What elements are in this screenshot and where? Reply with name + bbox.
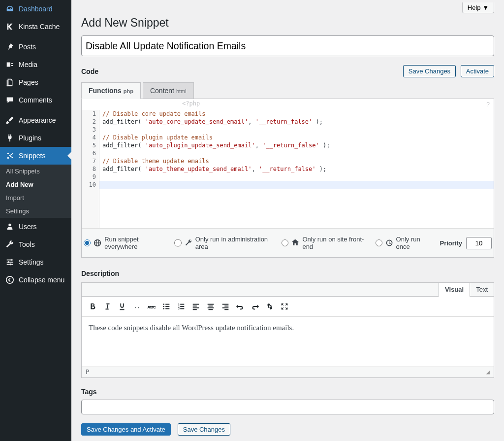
svg-rect-2 bbox=[7, 260, 13, 261]
page-title: Add New Snippet bbox=[81, 16, 494, 30]
svg-rect-33 bbox=[222, 307, 229, 308]
help-toggle-button[interactable]: Help ▼ bbox=[462, 2, 494, 13]
media-icon bbox=[5, 60, 15, 69]
align-center-icon[interactable] bbox=[204, 300, 218, 313]
tags-input[interactable] bbox=[81, 400, 494, 414]
sidebar-item-label: Posts bbox=[19, 43, 36, 51]
tab-functions-php[interactable]: Functions php bbox=[81, 82, 141, 99]
sidebar-item-label: Dashboard bbox=[19, 5, 53, 13]
italic-icon[interactable] bbox=[100, 300, 114, 313]
sidebar-item-comments[interactable]: Comments bbox=[0, 91, 71, 109]
pin-icon bbox=[5, 42, 15, 52]
svg-rect-25 bbox=[193, 307, 199, 308]
sidebar-item-label: Collapse menu bbox=[19, 276, 64, 284]
sidebar-item-label: Users bbox=[19, 223, 37, 231]
description-content[interactable]: These code snippets disable all WordPres… bbox=[82, 317, 494, 366]
sidebar-item-posts[interactable]: Posts bbox=[0, 38, 71, 56]
editor-help-icon[interactable]: ? bbox=[486, 101, 490, 108]
sidebar-item-users[interactable]: Users bbox=[0, 218, 71, 236]
sidebar-item-plugins[interactable]: Plugins bbox=[0, 129, 71, 147]
main-content: Help ▼ Add New Snippet Code Save Changes… bbox=[71, 0, 504, 441]
run-once-radio[interactable]: Only run once bbox=[376, 236, 431, 250]
visual-tab[interactable]: Visual bbox=[439, 283, 470, 297]
snippet-title-input[interactable] bbox=[81, 35, 494, 56]
globe-icon bbox=[94, 239, 101, 247]
sidebar-item-settings[interactable]: Settings bbox=[0, 253, 71, 271]
sidebar-item-label: Pages bbox=[19, 78, 38, 86]
sidebar-item-tools[interactable]: Tools bbox=[0, 236, 71, 253]
run-scope-row: Run snippet everywhere Only run in admin… bbox=[82, 228, 494, 257]
link-icon[interactable] bbox=[263, 300, 277, 313]
submenu-item[interactable]: Settings bbox=[0, 204, 71, 218]
bullet-list-icon[interactable] bbox=[159, 300, 173, 313]
numbered-list-icon[interactable]: 123 bbox=[174, 300, 188, 313]
tags-section-title: Tags bbox=[81, 388, 494, 396]
svg-rect-22 bbox=[180, 308, 184, 309]
submenu-item[interactable]: All Snippets bbox=[0, 165, 71, 178]
svg-rect-20 bbox=[180, 304, 184, 305]
svg-rect-31 bbox=[222, 304, 229, 305]
save-and-activate-button[interactable]: Save Changes and Activate bbox=[81, 423, 171, 436]
svg-rect-32 bbox=[224, 305, 228, 306]
sidebar-item-kinsta[interactable]: Kinsta Cache bbox=[0, 18, 71, 35]
run-frontend-radio[interactable]: Only run on site front-end bbox=[282, 236, 366, 250]
code-section-title: Code bbox=[81, 68, 98, 75]
svg-point-11 bbox=[163, 304, 164, 305]
save-changes-button-footer[interactable]: Save Changes bbox=[178, 423, 230, 436]
svg-rect-1 bbox=[7, 85, 12, 86]
svg-rect-5 bbox=[11, 259, 12, 261]
svg-rect-27 bbox=[208, 304, 214, 305]
undo-icon[interactable] bbox=[233, 300, 247, 313]
sidebar-item-pages[interactable]: Pages bbox=[0, 73, 71, 91]
house-icon bbox=[291, 239, 299, 247]
activate-button[interactable]: Activate bbox=[461, 65, 494, 77]
clock-icon bbox=[385, 239, 393, 247]
run-admin-radio[interactable]: Only run in administration area bbox=[174, 236, 273, 250]
svg-text:ABC: ABC bbox=[147, 305, 156, 309]
svg-point-13 bbox=[163, 308, 164, 309]
svg-rect-24 bbox=[193, 305, 197, 306]
user-icon bbox=[5, 222, 15, 232]
priority-label: Priority bbox=[440, 239, 462, 247]
wrench-icon bbox=[185, 239, 192, 247]
sidebar-item-collapse[interactable]: Collapse menu bbox=[0, 271, 71, 289]
submenu-item[interactable]: Add New bbox=[0, 178, 71, 191]
svg-rect-30 bbox=[209, 309, 213, 310]
sidebar-item-dashboard[interactable]: Dashboard bbox=[0, 0, 71, 18]
align-left-icon[interactable] bbox=[189, 300, 203, 313]
bold-icon[interactable] bbox=[86, 300, 99, 313]
svg-rect-14 bbox=[165, 304, 169, 305]
redo-icon[interactable] bbox=[248, 300, 262, 313]
submenu-item[interactable]: Import bbox=[0, 191, 71, 204]
sidebar-item-appearance[interactable]: Appearance bbox=[0, 111, 71, 129]
svg-rect-0 bbox=[7, 80, 8, 87]
align-right-icon[interactable] bbox=[219, 300, 232, 313]
svg-rect-7 bbox=[10, 264, 11, 266]
svg-rect-15 bbox=[165, 306, 169, 307]
tab-content-html[interactable]: Content html bbox=[143, 82, 194, 99]
strikethrough-icon[interactable]: ABC bbox=[145, 300, 158, 313]
underline-icon[interactable] bbox=[115, 300, 129, 313]
blockquote-icon[interactable] bbox=[130, 300, 144, 313]
svg-rect-29 bbox=[208, 307, 214, 308]
priority-input[interactable] bbox=[466, 237, 492, 249]
brush-icon bbox=[5, 115, 15, 125]
code-tabs: Functions php Content html bbox=[81, 82, 494, 99]
code-editor[interactable]: <?php ? 12345678910 // Disable core upda… bbox=[81, 99, 494, 258]
admin-sidebar: DashboardKinsta CachePostsMediaPagesComm… bbox=[0, 0, 71, 441]
svg-rect-6 bbox=[8, 261, 9, 263]
text-tab[interactable]: Text bbox=[470, 283, 494, 296]
pages-icon bbox=[5, 77, 15, 87]
sidebar-item-snippets[interactable]: Snippets bbox=[0, 147, 71, 165]
run-everywhere-radio[interactable]: Run snippet everywhere bbox=[84, 236, 165, 250]
kinsta-icon bbox=[5, 22, 15, 32]
code-lines[interactable]: // Disable core update emailsadd_filter(… bbox=[99, 110, 494, 228]
sidebar-item-media[interactable]: Media bbox=[0, 56, 71, 73]
save-changes-button[interactable]: Save Changes bbox=[403, 65, 456, 77]
sidebar-item-label: Media bbox=[19, 61, 37, 68]
sidebar-item-label: Comments bbox=[19, 96, 52, 104]
resize-handle-icon[interactable]: ◢ bbox=[486, 369, 490, 375]
comment-icon bbox=[5, 95, 15, 105]
plug-icon bbox=[5, 133, 15, 143]
fullscreen-icon[interactable] bbox=[278, 300, 291, 313]
